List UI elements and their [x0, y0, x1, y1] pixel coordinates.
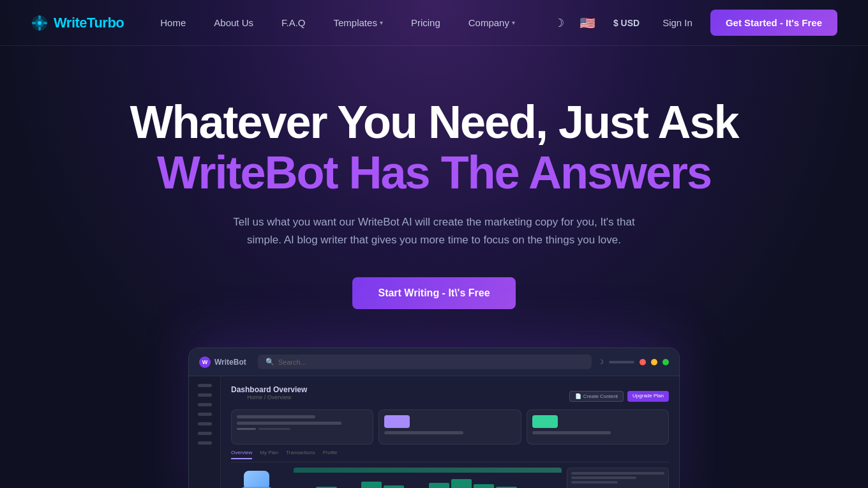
- nav-home[interactable]: Home: [149, 12, 197, 33]
- search-icon: 🔍: [266, 358, 274, 366]
- mockup-upgrade-btn: Upgrade Plan: [627, 391, 669, 402]
- mockup-chart-bars: [294, 474, 562, 488]
- logo-icon: [31, 14, 49, 32]
- sidebar-item-5: [198, 422, 212, 425]
- hero-heading-white: Whatever You Need, Just Ask: [130, 97, 738, 148]
- mockup-progress-bar: [609, 361, 634, 363]
- templates-chevron-icon: ▾: [380, 19, 383, 26]
- svg-point-2: [38, 21, 41, 25]
- mockup-bar-8: [451, 479, 472, 488]
- hero-section: Whatever You Need, Just Ask WriteBot Has…: [0, 46, 868, 488]
- mockup-card-1: [231, 409, 373, 445]
- mockup-search-bar: 🔍 Search...: [258, 355, 592, 369]
- mockup-right-panel: [567, 468, 669, 488]
- nav-templates[interactable]: Templates ▾: [322, 12, 394, 33]
- sidebar-item-3: [198, 403, 212, 406]
- mockup-body: Dashboard Overview Home / Overview 📄 Cre…: [189, 376, 679, 488]
- nav-company[interactable]: Company ▾: [457, 12, 527, 33]
- sidebar-item-7: [198, 441, 212, 445]
- mockup-robot-head: [244, 471, 269, 488]
- mockup-tab-myplan: My Plan: [260, 450, 278, 459]
- logo-turbo-text: Turbo: [87, 15, 124, 31]
- mockup-tab-transactions: Transactions: [286, 450, 315, 459]
- mockup-card-3: [527, 409, 669, 445]
- mockup-bar-9: [474, 484, 494, 488]
- dashboard-mockup: W WriteBot 🔍 Search... ☽: [188, 347, 680, 488]
- mockup-card-green: [532, 415, 558, 428]
- sidebar-item-1: [198, 384, 212, 387]
- sidebar-item-4: [198, 413, 212, 416]
- mockup-chart-area: [294, 468, 562, 488]
- logo-write-text: Write: [54, 15, 87, 31]
- mockup-titlebar: W WriteBot 🔍 Search... ☽: [189, 348, 679, 376]
- mockup-bar-5: [384, 485, 404, 488]
- sidebar-item-2: [198, 393, 212, 397]
- svg-point-3: [38, 15, 41, 19]
- mockup-small-card-1: [567, 468, 669, 488]
- get-started-nav-button[interactable]: Get Started - It's Free: [710, 10, 837, 36]
- mockup-app-name: WriteBot: [214, 358, 246, 367]
- flag-icon: 🇺🇸: [580, 16, 595, 30]
- company-chevron-icon: ▾: [512, 19, 515, 26]
- dark-mode-toggle[interactable]: [551, 13, 567, 33]
- document-icon: 📄: [575, 393, 581, 399]
- sidebar-item-6: [198, 432, 212, 435]
- mockup-content-header: Dashboard Overview Home / Overview 📄 Cre…: [231, 385, 669, 407]
- currency-selector[interactable]: $ USD: [608, 15, 645, 31]
- traffic-light-green: [662, 359, 669, 365]
- mockup-create-content-btn: 📄 Create Content: [569, 391, 624, 402]
- moon-icon: [554, 16, 564, 30]
- hero-heading-purple: WriteBot Has The Answers: [157, 148, 711, 198]
- mockup-titlebar-right: ☽: [598, 358, 669, 365]
- traffic-light-yellow: [651, 359, 657, 365]
- mockup-action-buttons: 📄 Create Content Upgrade Plan: [569, 391, 669, 402]
- mockup-card-accent: [384, 415, 410, 428]
- mockup-main-content: Dashboard Overview Home / Overview 📄 Cre…: [221, 376, 679, 488]
- navbar: WriteTurbo Home About Us F.A.Q Templates…: [0, 0, 868, 46]
- mockup-cards-row: [231, 409, 669, 445]
- svg-point-5: [32, 22, 36, 24]
- mockup-robot-illustration: ✦: [231, 468, 288, 488]
- moon-icon-mockup: ☽: [598, 358, 604, 365]
- mockup-search-placeholder: Search...: [278, 358, 306, 366]
- mockup-bar-7: [429, 483, 449, 488]
- mockup-logo: W WriteBot: [199, 356, 246, 368]
- mockup-bar-4: [361, 482, 382, 488]
- nav-pricing[interactable]: Pricing: [400, 12, 452, 33]
- logo-link[interactable]: WriteTurbo: [31, 14, 124, 32]
- nav-links: Home About Us F.A.Q Templates ▾ Pricing …: [149, 12, 527, 33]
- mockup-breadcrumb: Home / Overview: [231, 394, 307, 400]
- mockup-card-2: [378, 409, 521, 445]
- sign-in-button[interactable]: Sign In: [655, 12, 700, 33]
- nav-faq[interactable]: F.A.Q: [270, 12, 317, 33]
- mockup-tab-overview: Overview: [231, 450, 252, 459]
- traffic-light-red: [640, 359, 646, 365]
- language-selector[interactable]: 🇺🇸: [577, 13, 598, 33]
- mockup-content-area: ✦: [231, 468, 669, 488]
- hero-subtext: Tell us what you want our WriteBot AI wi…: [217, 213, 651, 249]
- hero-cta-button[interactable]: Start Writing - It\'s Free: [352, 277, 515, 309]
- mockup-tabs: Overview My Plan Transactions Profile: [231, 450, 669, 462]
- svg-point-4: [38, 27, 41, 31]
- mockup-sidebar: [189, 376, 221, 488]
- nav-right: 🇺🇸 $ USD Sign In Get Started - It's Free: [551, 10, 837, 36]
- mockup-avatar: W: [199, 356, 211, 368]
- mockup-chart-line: [294, 468, 562, 473]
- mockup-tab-profile: Profile: [323, 450, 338, 459]
- svg-point-6: [43, 22, 47, 24]
- mockup-dashboard-title: Dashboard Overview: [231, 385, 307, 394]
- nav-about[interactable]: About Us: [202, 12, 265, 33]
